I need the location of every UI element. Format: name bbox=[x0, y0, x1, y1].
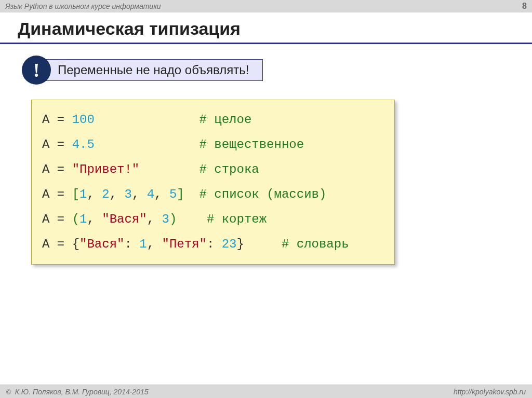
footer-authors: © К.Ю. Поляков, В.М. Гуровиц, 2014-2015 bbox=[6, 388, 149, 396]
heading-underline bbox=[0, 43, 532, 44]
code-line: A = 4.5 # вещественное bbox=[42, 132, 384, 157]
code-line: A = [1, 2, 3, 4, 5] # список (массив) bbox=[42, 182, 384, 207]
callout-text: Переменные не надо объявлять! bbox=[45, 59, 263, 81]
code-line: A = 100 # целое bbox=[42, 107, 384, 132]
authors-text: К.Ю. Поляков, В.М. Гуровиц, 2014-2015 bbox=[13, 388, 149, 396]
slide-heading: Динамическая типизация bbox=[18, 19, 241, 39]
slide: Язык Python в школьном курсе информатики… bbox=[0, 0, 532, 398]
topbar: Язык Python в школьном курсе информатики… bbox=[0, 0, 532, 12]
footer: © К.Ю. Поляков, В.М. Гуровиц, 2014-2015 … bbox=[0, 385, 532, 398]
footer-url: http://kpolyakov.spb.ru bbox=[454, 388, 526, 396]
code-line: A = {"Вася": 1, "Петя": 23} # словарь bbox=[42, 232, 384, 257]
course-title: Язык Python в школьном курсе информатики bbox=[5, 2, 161, 10]
exclamation-icon: ! bbox=[22, 56, 51, 85]
code-line: A = "Привет!" # строка bbox=[42, 157, 384, 182]
code-line: A = (1, "Вася", 3) # кортеж bbox=[42, 207, 384, 232]
code-box: A = 100 # целоеA = 4.5 # вещественноеA =… bbox=[31, 100, 395, 265]
page-number: 8 bbox=[522, 2, 527, 11]
callout: ! Переменные не надо объявлять! bbox=[22, 55, 263, 85]
copyright-icon: © bbox=[6, 389, 11, 396]
